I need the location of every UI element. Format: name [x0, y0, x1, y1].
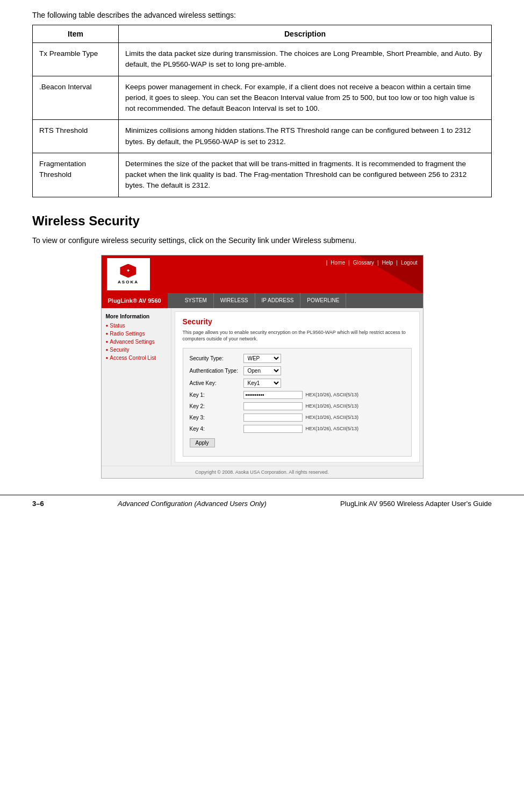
sidebar-bullet-icon: ●	[106, 339, 109, 344]
sidebar-item-label: Radio Settings	[110, 331, 145, 337]
sidebar-bullet-icon: ●	[106, 347, 109, 352]
logout-link[interactable]: Logout	[401, 260, 418, 266]
apply-row: Apply	[190, 436, 405, 447]
section-intro: To view or configure wireless security s…	[32, 235, 492, 246]
col2-header: Description	[119, 25, 492, 43]
router-nav-links: | Home | Glossary | Help | Logout	[326, 260, 418, 266]
key2-input[interactable]	[243, 402, 303, 410]
col1-header: Item	[33, 25, 119, 43]
glossary-link[interactable]: Glossary	[353, 260, 374, 266]
router-main: More Information ●Status●Radio Settings●…	[102, 308, 423, 466]
auth-type-row: Authentication Type: Open	[190, 366, 405, 375]
table-cell-item: Fragmentation Threshold	[33, 153, 119, 197]
help-link[interactable]: Help	[382, 260, 393, 266]
table-cell-description: Keeps power management in check. For exa…	[119, 76, 492, 120]
active-key-label: Active Key:	[190, 380, 243, 386]
router-header: ✦ ASOKA | Home | Glossary | Help | Logou…	[102, 255, 423, 293]
sidebar-item-label: Security	[110, 347, 129, 353]
key3-input[interactable]	[243, 414, 303, 422]
key4-input[interactable]	[243, 425, 303, 433]
home-link[interactable]: Home	[331, 260, 345, 266]
navbar-item-ip address[interactable]: IP ADDRESS	[255, 293, 301, 308]
key4-hint: HEX(10/26), ASCII(5/13)	[306, 426, 359, 431]
sep4: |	[396, 260, 398, 266]
auth-type-label: Authentication Type:	[190, 368, 243, 374]
navbar-brand: PlugLink® AV 9560	[102, 293, 168, 308]
table-cell-item: RTS Threshold	[33, 120, 119, 153]
table-row: Fragmentation ThresholdDetermines the si…	[33, 153, 492, 197]
page-footer: 3–6 Advanced Configuration (Advanced Use…	[0, 495, 524, 512]
key1-row: Key 1: HEX(10/26), ASCII(5/13)	[190, 391, 405, 399]
navbar-items: SYSTEMWIRELESSIP ADDRESSPOWERLINE	[178, 293, 347, 308]
security-form: Security Type: WEP Authentication Type: …	[183, 348, 412, 457]
key2-label: Key 2:	[190, 403, 243, 409]
security-type-select[interactable]: WEP	[243, 354, 281, 363]
active-key-select[interactable]: Key1	[243, 379, 281, 388]
sidebar-item-security[interactable]: ●Security	[106, 347, 167, 353]
router-navbar: PlugLink® AV 9560 SYSTEMWIRELESSIP ADDRE…	[102, 293, 423, 308]
table-row: Tx Preamble TypeLimits the data packet s…	[33, 43, 492, 76]
key3-hint: HEX(10/26), ASCII(5/13)	[306, 415, 359, 420]
content-title: Security	[183, 317, 412, 326]
sidebar-item-label: Advanced Settings	[110, 339, 154, 345]
sidebar-item-advanced-settings[interactable]: ●Advanced Settings	[106, 339, 167, 345]
content-desc: This page allows you to enable security …	[183, 329, 412, 343]
sidebar-bullet-icon: ●	[106, 331, 109, 336]
section-heading: Wireless Security	[32, 213, 492, 229]
active-key-row: Active Key: Key1	[190, 379, 405, 388]
router-sidebar: More Information ●Status●Radio Settings●…	[102, 308, 171, 466]
footer-right-text: PlugLink AV 9560 Wireless Adapter User's…	[340, 500, 492, 508]
security-type-label: Security Type:	[190, 355, 243, 361]
sidebar-item-label: Status	[110, 323, 125, 329]
router-ui-screenshot: ✦ ASOKA | Home | Glossary | Help | Logou…	[101, 255, 423, 479]
footer-page-number: 3–6	[32, 500, 44, 508]
sidebar-item-label: Access Control List	[110, 355, 156, 361]
table-row: .Beacon IntervalKeeps power management i…	[33, 76, 492, 120]
key3-row: Key 3: HEX(10/26), ASCII(5/13)	[190, 414, 405, 422]
footer-center-text: Advanced Configuration (Advanced Users O…	[118, 500, 267, 508]
sep3: |	[377, 260, 379, 266]
router-logo: ✦ ASOKA	[107, 258, 150, 290]
sidebar-item-radio-settings[interactable]: ●Radio Settings	[106, 331, 167, 337]
key1-label: Key 1:	[190, 392, 243, 398]
router-footer: Copyright © 2008. Asoka USA Corporation.…	[102, 466, 423, 478]
table-cell-description: Determines the size of the packet that w…	[119, 153, 492, 197]
security-type-row: Security Type: WEP	[190, 354, 405, 363]
sidebar-item-status[interactable]: ●Status	[106, 323, 167, 329]
sep2: |	[348, 260, 350, 266]
router-content: Security This page allows you to enable …	[175, 311, 420, 462]
table-row: RTS ThresholdMinimizes collisions among …	[33, 120, 492, 153]
sidebar-group-title: More Information	[106, 314, 167, 319]
logo-text: ASOKA	[118, 280, 139, 284]
navbar-item-powerline[interactable]: POWERLINE	[300, 293, 346, 308]
key2-hint: HEX(10/26), ASCII(5/13)	[306, 403, 359, 409]
sidebar-bullet-icon: ●	[106, 355, 109, 360]
table-cell-description: Minimizes collisions among hidden statio…	[119, 120, 492, 153]
logo-hexagon: ✦	[120, 264, 136, 278]
settings-table: Item Description Tx Preamble TypeLimits …	[32, 25, 492, 197]
key4-row: Key 4: HEX(10/26), ASCII(5/13)	[190, 425, 405, 433]
key1-input[interactable]	[243, 391, 303, 399]
sidebar-item-access-control-list[interactable]: ●Access Control List	[106, 355, 167, 361]
sep1: |	[326, 260, 328, 266]
sidebar-items: ●Status●Radio Settings●Advanced Settings…	[106, 323, 167, 361]
table-cell-item: .Beacon Interval	[33, 76, 119, 120]
auth-type-select[interactable]: Open	[243, 366, 281, 375]
navbar-item-wireless[interactable]: WIRELESS	[214, 293, 255, 308]
table-cell-description: Limits the data packet size during trans…	[119, 43, 492, 76]
table-cell-item: Tx Preamble Type	[33, 43, 119, 76]
apply-button[interactable]: Apply	[190, 438, 215, 447]
intro-text: The following table describes the advanc…	[32, 11, 492, 19]
key2-row: Key 2: HEX(10/26), ASCII(5/13)	[190, 402, 405, 410]
key3-label: Key 3:	[190, 415, 243, 421]
sidebar-bullet-icon: ●	[106, 323, 109, 328]
key1-hint: HEX(10/26), ASCII(5/13)	[306, 392, 359, 397]
navbar-item-system[interactable]: SYSTEM	[178, 293, 214, 308]
key4-label: Key 4:	[190, 426, 243, 432]
